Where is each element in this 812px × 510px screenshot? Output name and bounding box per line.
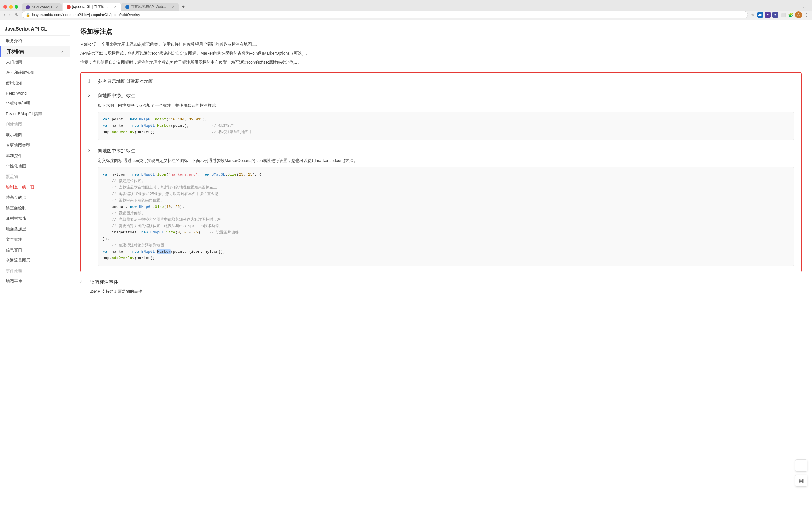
step4-desc: JSAPI支持监听覆盖物的事件。 (90, 288, 802, 295)
tab-jspopulargl[interactable]: jspopularGL | 百度地图API SDK ✕ (62, 3, 121, 11)
s3-code-2: // 指定定位位置。 (103, 178, 789, 184)
step-2: 2 向地图中添加标注 如下示例，向地图中心点添加了一个标注，并使用默认的标注样式… (88, 93, 794, 140)
step3-code: var myIcon = new BMapGL.Icon("markers.pn… (98, 167, 794, 266)
lock-icon: 🔒 (26, 13, 30, 17)
tab-baidu-webgis[interactable]: baidu-webgis ✕ (22, 3, 62, 11)
step3-desc: 定义标注图标 通过Icon类可实现自定义标注的图标，下面示例通过参数Marker… (98, 157, 794, 164)
s3-code-5: // 图标中央下端的尖角位置。 (103, 198, 789, 204)
step2-desc: 如下示例，向地图中心点添加了一个标注，并使用默认的标注样式： (98, 102, 794, 109)
s3-code-8: // 当您需要从一幅较大的图片中截取某部分作为标注图标时，您 (103, 217, 789, 223)
s3-code-14: var marker = new BMapGL.Marker(point, {i… (103, 249, 789, 255)
tab-list-button[interactable]: ⌄ (800, 4, 809, 9)
extension-icon-2[interactable]: ▼ (765, 12, 771, 18)
s3-code-4: // 角各偏移10像素和25像素。您可以看到在本例中该位置即是 (103, 191, 789, 198)
sidebar-item-create-map: 创建地图 (0, 119, 69, 130)
sidebar-item-react-bmapgl[interactable]: React-BMapGL指南 (0, 109, 69, 119)
extension-icon-3[interactable]: ▼ (773, 12, 778, 18)
sidebar-item-ground-overlay[interactable]: 地面叠加层 (0, 224, 69, 234)
sidebar-item-service-intro[interactable]: 服务介绍 (0, 36, 69, 46)
step2-title: 向地图中添加标注 (98, 93, 135, 99)
tab1-close[interactable]: ✕ (55, 5, 58, 9)
maximize-button[interactable] (14, 5, 18, 9)
chat-float-button[interactable]: ··· (795, 459, 807, 472)
sidebar-item-personalize-map[interactable]: 个性化地图 (0, 161, 69, 172)
sidebar-logo: JavaScript API GL (0, 20, 69, 36)
sidebar-item-change-map-type[interactable]: 变更地图类型 (0, 140, 69, 151)
intro-line-1: Marker是一个用来往地图上添加点标记的类。使用它将任何你希望用户看到的兴趣点… (80, 41, 802, 48)
sidebar-item-hollow-surface[interactable]: 镂空面绘制 (0, 203, 69, 213)
refresh-button[interactable]: ↻ (14, 11, 20, 18)
address-bar[interactable]: 🔒 lbsyun.baidu.com/index.php?title=jspop… (22, 11, 748, 18)
code-line-3: map.addOverlay(marker); // 将标注添加到地图中 (103, 129, 789, 136)
sidebar-item-info-window[interactable]: 信息窗口 (0, 245, 69, 255)
sidebar-item-text-marker[interactable]: 文本标注 (0, 234, 69, 245)
back-button[interactable]: ‹ (2, 12, 6, 18)
minimize-button[interactable] (9, 5, 13, 9)
forward-button[interactable]: › (8, 12, 11, 18)
chevron-icon: ∧ (61, 50, 64, 54)
s3-code-11: }); (103, 236, 789, 242)
step3-title: 向地图中添加标注 (98, 148, 135, 154)
s3-code-9: // 需要指定大图的偏移位置，此做法与css sprites技术类似。 (103, 223, 789, 230)
step3-number: 3 (88, 148, 94, 153)
sidebar-item-hello-world[interactable]: Hello World (0, 88, 69, 98)
code-line-1: var point = new BMapGL.Point(116.404, 39… (103, 116, 789, 123)
intro-line-2: API提供了默认图标样式，您也可以通过Icon类来指定自定义图标。Marker的… (80, 50, 802, 57)
step4-title: 监听标注事件 (90, 279, 118, 286)
tab3-close[interactable]: ✕ (172, 5, 174, 9)
step2-number: 2 (88, 93, 94, 98)
tab3-label: 百度地图JSAPI WebGL v1.0类… (131, 4, 169, 9)
tab2-label: jspopularGL | 百度地图API SDK (72, 4, 111, 9)
extension-icon-5[interactable]: 🧩 (788, 12, 793, 18)
extension-icon-4[interactable]: ⬜ (780, 12, 786, 18)
tab3-favicon (125, 5, 129, 9)
sidebar-item-show-map[interactable]: 展示地图 (0, 130, 69, 140)
qr-float-button[interactable]: ▦ (795, 475, 807, 487)
close-button[interactable] (3, 5, 7, 9)
step1-number: 1 (88, 79, 94, 84)
s3-code-10: imageOffset: new BMapGL.Size(0, 0 - 25) … (103, 230, 789, 236)
s3-code-1: var myIcon = new BMapGL.Icon("markers.pn… (103, 172, 789, 178)
step1-title: 参考展示地图创建基本地图 (98, 79, 153, 85)
bookmark-star-icon[interactable]: ☆ (750, 12, 756, 18)
sidebar-item-overlay: 覆盖物 (0, 172, 69, 182)
steps-container: 1 参考展示地图创建基本地图 2 向地图中添加标注 如下示例，向地图中心点添加了… (80, 72, 802, 272)
sidebar: JavaScript API GL 服务介绍 开发指南 ∧ 入门指南 账号和获取… (0, 20, 70, 504)
code-line-2: var marker = new BMapGL.Marker(point); /… (103, 123, 789, 129)
sidebar-item-traffic-layer[interactable]: 交通流量图层 (0, 255, 69, 266)
tab1-favicon (26, 5, 30, 9)
tab2-favicon (67, 5, 71, 9)
sidebar-item-coordinate[interactable]: 坐标转换说明 (0, 98, 69, 109)
s3-code-6: anchor: new BMapGL.Size(10, 25), (103, 204, 789, 210)
sidebar-item-map-event[interactable]: 地图事件 (0, 276, 69, 287)
s3-code-7: // 设置图片偏移。 (103, 210, 789, 217)
step4-number: 4 (80, 280, 86, 285)
step-1: 1 参考展示地图创建基本地图 (88, 79, 794, 85)
sidebar-item-3d-bar[interactable]: 3D棱柱绘制 (0, 213, 69, 224)
sidebar-item-point-altitude[interactable]: 带高度的点 (0, 192, 69, 203)
sidebar-item-add-control[interactable]: 添加控件 (0, 151, 69, 161)
sidebar-item-event-handling: 事件处理 (0, 266, 69, 276)
qr-icon: ▦ (799, 477, 804, 484)
step-3: 3 向地图中添加标注 定义标注图标 通过Icon类可实现自定义标注的图标，下面示… (88, 148, 794, 266)
tab1-label: baidu-webgis (32, 5, 52, 9)
menu-icon[interactable]: ⋮ (804, 12, 810, 18)
address-text: lbsyun.baidu.com/index.php?title=jspopul… (32, 12, 744, 17)
tab-jsapi-webgl[interactable]: 百度地图JSAPI WebGL v1.0类… ✕ (121, 3, 179, 11)
user-avatar-icon[interactable]: A (795, 11, 802, 18)
s3-code-13: // 创建标注对象并添加到地图 (103, 242, 789, 249)
sidebar-item-draw-point[interactable]: 绘制点、线、面 (0, 182, 69, 192)
extension-icon-1[interactable]: JH (757, 12, 763, 18)
main-content: 添加标注点 Marker是一个用来往地图上添加点标记的类。使用它将任何你希望用户… (70, 20, 812, 504)
page-title: 添加标注点 (80, 27, 802, 36)
sidebar-item-getting-started[interactable]: 入门指南 (0, 57, 69, 67)
sidebar-item-usage-note[interactable]: 使用须知 (0, 78, 69, 88)
sidebar-item-dev-guide[interactable]: 开发指南 ∧ (0, 46, 69, 57)
s3-code-3: // 当标注显示在地图上时，其所指向的地理位置距离图标左上 (103, 184, 789, 191)
s3-code-15: map.addOverlay(marker); (103, 255, 789, 261)
tab2-close[interactable]: ✕ (114, 5, 117, 9)
float-buttons: ··· ▦ (795, 459, 807, 487)
step2-code: var point = new BMapGL.Point(116.404, 39… (98, 112, 794, 140)
sidebar-item-account-key[interactable]: 账号和获取密钥 (0, 67, 69, 78)
new-tab-button[interactable]: + (179, 2, 187, 11)
